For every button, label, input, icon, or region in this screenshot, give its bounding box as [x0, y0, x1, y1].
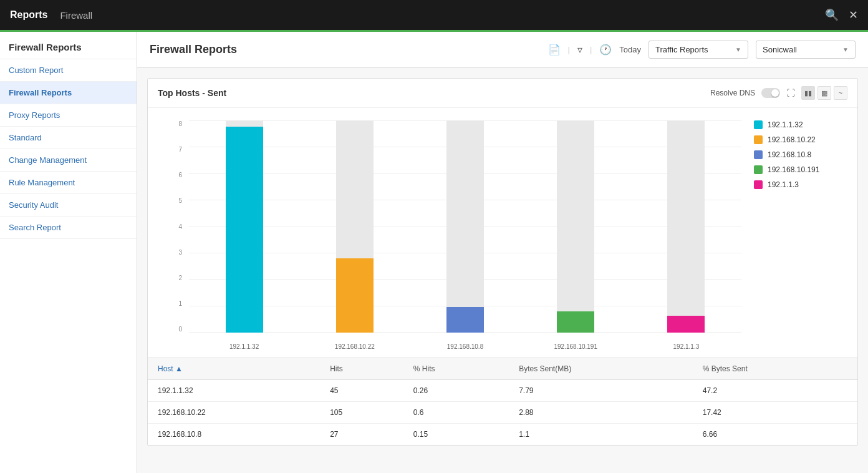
legend-item-1: 192.168.10.22 — [754, 135, 847, 144]
bar-fill-2 — [446, 307, 484, 333]
cell-pct_bytes-0: 47.2 — [693, 380, 857, 402]
cell-pct_hits-2: 0.15 — [403, 424, 509, 446]
data-table: Host ▲Hits% HitsBytes Sent(MB)% Bytes Se… — [148, 358, 857, 446]
bar-bg-4[interactable] — [667, 120, 705, 333]
bar-group-2 — [410, 120, 520, 333]
col-header-host[interactable]: Host ▲ — [148, 358, 320, 380]
sidebar-item-standard[interactable]: Standard — [0, 127, 137, 149]
bar-bg-3[interactable] — [557, 120, 594, 333]
bar-bg-1[interactable] — [336, 120, 374, 333]
legend-label-2: 192.168.10.8 — [768, 150, 811, 159]
bar-chart: 8 7 6 5 4 3 2 1 0 — [158, 114, 748, 351]
legend-color-0 — [754, 120, 763, 129]
x-label-4: 192.1.1.3 — [631, 343, 741, 350]
cell-hits-1: 105 — [320, 402, 403, 424]
sonicwall-arrow: ▼ — [842, 46, 849, 53]
chart-body: 8 7 6 5 4 3 2 1 0 — [148, 108, 857, 358]
bars-container — [189, 120, 741, 333]
bar-fill-4 — [667, 316, 705, 333]
col-header-pct_bytes[interactable]: % Bytes Sent — [693, 358, 857, 380]
y-label-1: 1 — [178, 300, 182, 307]
search-icon[interactable]: 🔍 — [825, 8, 839, 22]
sonicwall-dropdown[interactable]: Sonicwall ▼ — [756, 41, 856, 59]
bars-render — [189, 120, 741, 333]
sidebar: Firewall Reports Custom ReportFirewall R… — [0, 32, 137, 473]
layout: Firewall Reports Custom ReportFirewall R… — [0, 32, 868, 473]
cell-hits-2: 27 — [320, 424, 403, 446]
y-label-5: 5 — [178, 197, 182, 204]
clock-icon[interactable]: 🕐 — [599, 44, 612, 56]
x-labels: 192.1.1.32192.168.10.22192.168.10.8192.1… — [189, 343, 741, 350]
pdf-icon[interactable]: 📄 — [548, 44, 561, 56]
legend-color-2 — [754, 150, 763, 159]
legend-label-3: 192.168.10.191 — [768, 165, 819, 174]
bar-chart-icon[interactable]: ▮▮ — [801, 86, 815, 100]
table-body: 192.1.1.32450.267.7947.2192.168.10.22105… — [148, 380, 857, 446]
main-header: Firewall Reports 📄 | ▿ | 🕐 Today Traffic… — [137, 32, 868, 68]
resolve-dns-toggle[interactable] — [761, 88, 780, 98]
col-header-hits[interactable]: Hits — [320, 358, 403, 380]
filter-icon[interactable]: ▿ — [577, 44, 582, 56]
chart-title: Top Hosts - Sent — [158, 88, 226, 98]
cell-pct_hits-1: 0.6 — [403, 402, 509, 424]
legend-label-4: 192.1.1.3 — [768, 180, 799, 189]
y-label-3: 3 — [178, 249, 182, 256]
col-header-bytes_sent[interactable]: Bytes Sent(MB) — [509, 358, 693, 380]
separator-2: | — [590, 45, 592, 54]
legend-item-4: 192.1.1.3 — [754, 180, 847, 189]
expand-icon[interactable]: ⛶ — [786, 88, 795, 98]
main-content: Firewall Reports 📄 | ▿ | 🕐 Today Traffic… — [137, 32, 868, 473]
cell-bytes_sent-0: 7.79 — [509, 380, 693, 402]
x-label-0: 192.1.1.32 — [189, 343, 299, 350]
cell-bytes_sent-2: 1.1 — [509, 424, 693, 446]
legend-color-4 — [754, 180, 763, 189]
sidebar-items: Custom ReportFirewall ReportsProxy Repor… — [0, 59, 137, 239]
chart-area: 8 7 6 5 4 3 2 1 0 — [158, 114, 748, 351]
chart-view-icons: ▮▮ ▩ ~ — [801, 86, 847, 100]
table-head: Host ▲Hits% HitsBytes Sent(MB)% Bytes Se… — [148, 358, 857, 380]
sidebar-item-change-management[interactable]: Change Management — [0, 149, 137, 172]
table-row: 192.168.10.221050.62.8817.42 — [148, 402, 857, 424]
x-label-3: 192.168.10.191 — [521, 343, 631, 350]
page-title: Firewall Reports — [150, 43, 541, 56]
legend-item-3: 192.168.10.191 — [754, 165, 847, 174]
x-label-2: 192.168.10.8 — [410, 343, 520, 350]
cell-bytes_sent-1: 2.88 — [509, 402, 693, 424]
y-label-4: 4 — [178, 223, 182, 230]
sidebar-item-custom-report[interactable]: Custom Report — [0, 59, 137, 82]
cell-host-0: 192.1.1.32 — [148, 380, 320, 402]
topbar-subtitle: Firewall — [60, 10, 92, 21]
y-label-8: 8 — [178, 120, 182, 127]
bar-fill-3 — [557, 311, 594, 333]
close-icon[interactable]: ✕ — [849, 8, 858, 22]
sidebar-item-firewall-reports[interactable]: Firewall Reports — [0, 82, 137, 104]
col-header-pct_hits[interactable]: % Hits — [403, 358, 509, 380]
legend-item-0: 192.1.1.32 — [754, 120, 847, 129]
sidebar-item-search-report[interactable]: Search Report — [0, 217, 137, 239]
column-chart-icon[interactable]: ▩ — [817, 86, 831, 100]
bar-group-4 — [631, 120, 741, 333]
cell-pct_bytes-1: 17.42 — [693, 402, 857, 424]
topbar-icons: 🔍 ✕ — [825, 8, 858, 22]
y-label-0: 0 — [178, 326, 182, 333]
y-label-6: 6 — [178, 172, 182, 178]
wave-chart-icon[interactable]: ~ — [834, 86, 847, 100]
traffic-reports-dropdown[interactable]: Traffic Reports ▼ — [649, 41, 748, 59]
bar-group-0 — [189, 120, 299, 333]
chart-header: Top Hosts - Sent Resolve DNS ⛶ ▮▮ ▩ ~ — [148, 79, 857, 108]
sidebar-item-rule-management[interactable]: Rule Management — [0, 172, 137, 194]
y-axis: 8 7 6 5 4 3 2 1 0 — [158, 120, 186, 333]
traffic-reports-arrow: ▼ — [735, 46, 741, 53]
bar-bg-0[interactable] — [226, 120, 263, 333]
bar-group-3 — [521, 120, 631, 333]
bar-bg-2[interactable] — [446, 120, 484, 333]
chart-section: Top Hosts - Sent Resolve DNS ⛶ ▮▮ ▩ ~ — [147, 78, 858, 446]
traffic-reports-label: Traffic Reports — [655, 45, 708, 54]
sonicwall-label: Sonicwall — [763, 45, 797, 54]
sidebar-item-proxy-reports[interactable]: Proxy Reports — [0, 104, 137, 127]
cell-host-1: 192.168.10.22 — [148, 402, 320, 424]
table-row: 192.1.1.32450.267.7947.2 — [148, 380, 857, 402]
legend-label-1: 192.168.10.22 — [768, 135, 816, 144]
y-label-7: 7 — [178, 146, 182, 153]
sidebar-item-security-audit[interactable]: Security Audit — [0, 194, 137, 217]
